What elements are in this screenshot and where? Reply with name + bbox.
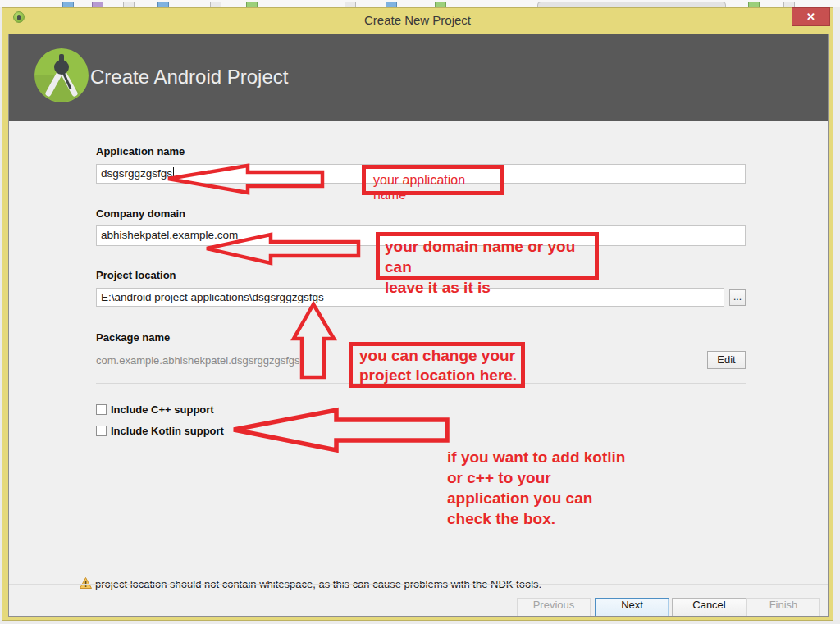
toolbar-fragment-icon [123, 2, 135, 7]
annotation-line: you can change your [359, 346, 517, 366]
create-new-project-window: Create New Project ✕ Create Android Proj… [2, 7, 833, 621]
annotation-line: or c++ to your [447, 467, 625, 488]
toolbar-fragment-icon [345, 2, 356, 7]
annotation-line: leave it as it is [385, 277, 595, 298]
annotation-text-application-name: your application name [373, 173, 500, 203]
wizard-header-title: Create Android Project [90, 66, 288, 89]
company-domain-label: Company domain [96, 207, 185, 220]
background-app-toolbar [0, 0, 840, 7]
toolbar-fragment-icon [62, 2, 74, 7]
annotation-box-application-name: your application name [362, 165, 504, 195]
project-location-value: E:\android project applications\dsgsrggz… [101, 291, 324, 303]
toolbar-fragment-icon [386, 2, 397, 7]
toolbar-fragment-icon [246, 2, 258, 7]
application-name-label: Application name [96, 145, 185, 157]
toolbar-fragment-icon [158, 2, 169, 7]
application-name-value: dsgsrggzgsfgs [101, 167, 172, 180]
toolbar-fragment-icon [210, 2, 221, 7]
wizard-header: Create Android Project [9, 34, 828, 121]
edit-package-button[interactable]: Edit [707, 351, 746, 369]
browse-location-button[interactable]: ... [729, 289, 746, 306]
annotation-text-company-domain: your domain name or you can leave it as … [385, 236, 595, 298]
close-icon[interactable]: ✕ [792, 7, 830, 26]
warning-icon [80, 577, 92, 589]
dialog-body: Create Android Project Application name … [8, 34, 829, 617]
annotation-box-company-domain: your domain name or you can leave it as … [376, 232, 599, 280]
annotation-box-project-location: you can change your project location her… [349, 342, 525, 388]
project-location-label: Project location [96, 269, 176, 281]
toolbar-fragment-icon [435, 2, 446, 7]
screen: Create New Project ✕ Create Android Proj… [0, 0, 840, 624]
finish-button[interactable]: Finish [746, 598, 820, 617]
annotation-text-project-location: you can change your project location her… [359, 346, 517, 385]
package-name-label: Package name [96, 331, 170, 344]
include-kotlin-label[interactable]: Include Kotlin support [111, 425, 224, 437]
include-cpp-label[interactable]: Include C++ support [111, 403, 214, 416]
cancel-button[interactable]: Cancel [672, 598, 746, 617]
include-kotlin-checkbox[interactable] [96, 426, 107, 436]
annotation-line: project location here. [359, 366, 517, 385]
annotation-line: your domain name or you can [385, 236, 595, 277]
annotation-line: application you can [447, 488, 625, 508]
next-button[interactable]: Next [595, 598, 669, 617]
annotation-line: check the box. [447, 508, 625, 529]
window-title: Create New Project [2, 13, 833, 27]
toolbar-fragment-icon [783, 2, 795, 7]
company-domain-value: abhishekpatel.example.com [101, 229, 238, 241]
include-cpp-checkbox[interactable] [96, 404, 107, 415]
annotation-line: if you want to add kotlin [447, 447, 625, 467]
package-name-value: com.example.abhishekpatel.dsgsrggzgsfgs [96, 354, 300, 367]
text-caret [173, 167, 174, 179]
window-titlebar[interactable]: Create New Project ✕ [2, 8, 833, 34]
toolbar-fragment-icon [748, 2, 760, 7]
footer-separator [9, 584, 829, 585]
previous-button[interactable]: Previous [517, 598, 591, 617]
android-studio-logo-icon [34, 48, 89, 103]
toolbar-fragment-icon [92, 2, 103, 7]
toolbar-fragment-tab [537, 2, 726, 7]
annotation-text-kotlin-support: if you want to add kotlin or c++ to your… [447, 447, 625, 529]
